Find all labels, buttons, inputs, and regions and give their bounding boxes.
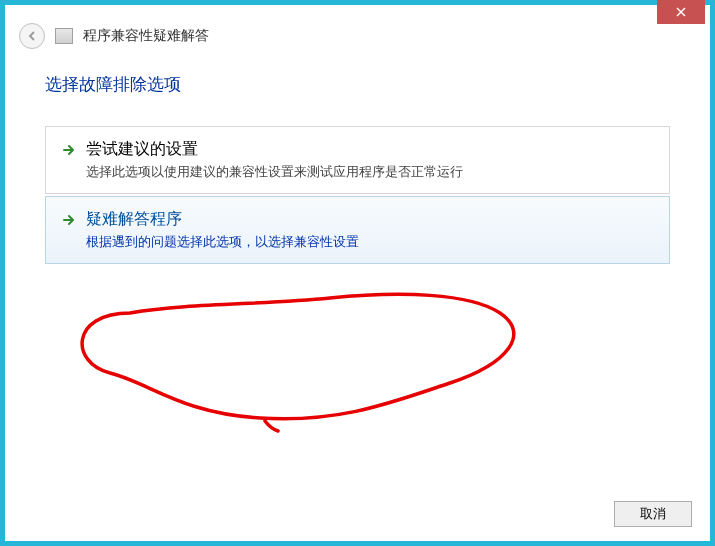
section-title: 选择故障排除选项 (45, 73, 670, 96)
content-area: 选择故障排除选项 尝试建议的设置 选择此选项以使用建议的兼容性设置来测试应用程序… (5, 63, 710, 491)
arrow-right-icon (62, 143, 76, 157)
close-button[interactable] (657, 0, 705, 24)
arrow-right-icon (62, 213, 76, 227)
window-title: 程序兼容性疑难解答 (83, 27, 209, 45)
option-desc: 选择此选项以使用建议的兼容性设置来测试应用程序是否正常运行 (86, 164, 653, 181)
wizard-icon (55, 28, 73, 44)
option-desc: 根据遇到的问题选择此选项，以选择兼容性设置 (86, 234, 653, 251)
footer: 取消 (5, 491, 710, 541)
option-troubleshoot-program[interactable]: 疑难解答程序 根据遇到的问题选择此选项，以选择兼容性设置 (45, 196, 670, 264)
back-button[interactable] (19, 23, 45, 49)
close-icon (676, 7, 686, 17)
option-try-recommended[interactable]: 尝试建议的设置 选择此选项以使用建议的兼容性设置来测试应用程序是否正常运行 (45, 126, 670, 194)
header: 程序兼容性疑难解答 (5, 5, 710, 63)
cancel-button[interactable]: 取消 (614, 501, 692, 527)
option-title: 尝试建议的设置 (86, 139, 653, 160)
arrow-left-icon (25, 29, 39, 43)
annotation-circle (50, 273, 550, 433)
option-title: 疑难解答程序 (86, 209, 653, 230)
